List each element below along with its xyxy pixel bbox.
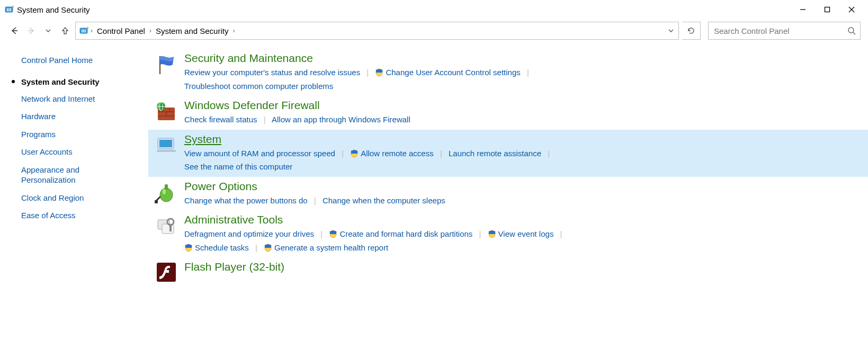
sidebar-item-ease-of-access[interactable]: Ease of Access: [21, 210, 143, 221]
svg-rect-37: [169, 224, 172, 231]
chevron-right-icon[interactable]: ›: [232, 27, 235, 34]
sidebar-item-label: System and Security: [21, 77, 100, 86]
power-icon: [154, 181, 179, 207]
task-computer-name[interactable]: See the name of this computer: [184, 162, 292, 171]
shield-icon: [184, 244, 193, 252]
task-partitions[interactable]: Create and format hard disk partitions: [339, 229, 472, 238]
category-title[interactable]: System: [184, 133, 857, 146]
svg-rect-9: [825, 7, 830, 12]
sidebar-item-appearance[interactable]: Appearance and Personalization: [21, 165, 111, 185]
category-title[interactable]: Power Options: [184, 180, 857, 193]
task-troubleshoot[interactable]: Troubleshoot common computer problems: [184, 82, 333, 91]
svg-line-15: [853, 32, 855, 34]
chevron-right-icon[interactable]: ›: [91, 27, 93, 34]
category-power: Power Options Change what the power butt…: [148, 177, 868, 211]
task-check-firewall[interactable]: Check firewall status: [184, 115, 257, 124]
window-title: System and Security: [17, 5, 90, 14]
task-view-ram[interactable]: View amount of RAM and processor speed: [184, 149, 335, 158]
category-firewall: Windows Defender Firewall Check firewall…: [148, 96, 868, 130]
computer-icon: [154, 134, 179, 159]
category-title[interactable]: Windows Defender Firewall: [184, 99, 857, 112]
shield-icon: [488, 230, 496, 238]
sidebar-home[interactable]: Control Panel Home: [21, 55, 143, 66]
address-bar[interactable]: › Control Panel › System and Security ›: [75, 22, 679, 40]
refresh-button[interactable]: [682, 22, 701, 40]
maximize-button[interactable]: [815, 2, 839, 17]
search-box[interactable]: [708, 22, 861, 40]
svg-rect-28: [157, 150, 176, 152]
close-button[interactable]: [839, 2, 864, 17]
back-button[interactable]: [7, 24, 21, 38]
svg-rect-27: [159, 140, 172, 147]
sidebar: Control Panel Home System and Security N…: [0, 46, 148, 290]
task-schedule[interactable]: Schedule tasks: [195, 243, 249, 252]
task-health-report[interactable]: Generate a system health report: [274, 243, 388, 252]
address-dropdown[interactable]: [668, 28, 674, 34]
category-system[interactable]: System View amount of RAM and processor …: [148, 130, 868, 177]
firewall-icon: [154, 100, 179, 126]
titlebar: System and Security: [0, 0, 868, 19]
task-defrag[interactable]: Defragment and optimize your drives: [184, 229, 314, 238]
forward-button[interactable]: [24, 24, 38, 38]
search-input[interactable]: [713, 26, 847, 36]
sidebar-item-programs[interactable]: Programs: [21, 129, 143, 140]
task-power-buttons[interactable]: Change what the power buttons do: [184, 196, 308, 205]
sidebar-item-system-security[interactable]: System and Security: [12, 77, 143, 86]
shield-icon: [350, 149, 359, 158]
task-sleep[interactable]: Change when the computer sleeps: [323, 196, 445, 205]
task-allow-remote[interactable]: Allow remote access: [361, 149, 434, 158]
category-admin-tools: Administrative Tools Defragment and opti…: [148, 210, 868, 257]
shield-icon: [329, 230, 337, 238]
chevron-right-icon[interactable]: ›: [149, 27, 151, 34]
category-title[interactable]: Administrative Tools: [184, 213, 857, 226]
shield-icon: [375, 68, 383, 77]
minimize-button[interactable]: [791, 2, 815, 17]
task-remote-assistance[interactable]: Launch remote assistance: [449, 149, 541, 158]
address-row: › Control Panel › System and Security ›: [0, 19, 868, 46]
category-flash: Flash Player (32-bit): [148, 257, 868, 290]
breadcrumb-current[interactable]: System and Security: [153, 26, 232, 35]
search-icon[interactable]: [847, 26, 856, 35]
control-panel-icon: [79, 26, 88, 35]
sidebar-item-hardware[interactable]: Hardware: [21, 111, 143, 122]
category-title[interactable]: Flash Player (32-bit): [184, 261, 857, 273]
current-indicator-icon: [12, 80, 15, 83]
up-button[interactable]: [58, 24, 72, 38]
main-content: Security and Maintenance Review your com…: [148, 46, 868, 290]
task-allow-app[interactable]: Allow an app through Windows Firewall: [272, 115, 410, 124]
svg-point-33: [163, 189, 166, 194]
task-review-status[interactable]: Review your computer's status and resolv…: [184, 68, 360, 77]
category-title[interactable]: Security and Maintenance: [184, 52, 857, 65]
category-security-maintenance: Security and Maintenance Review your com…: [148, 49, 868, 96]
sidebar-item-clock-region[interactable]: Clock and Region: [21, 193, 143, 203]
recent-dropdown[interactable]: [41, 24, 55, 38]
shield-icon: [264, 244, 272, 252]
svg-rect-32: [155, 200, 158, 203]
svg-point-14: [848, 28, 854, 33]
svg-rect-31: [165, 184, 168, 190]
admin-tools-icon: [154, 214, 179, 240]
control-panel-icon: [4, 5, 14, 14]
flag-icon: [154, 53, 179, 78]
breadcrumb-root[interactable]: Control Panel: [94, 26, 148, 35]
flash-icon: [154, 262, 179, 287]
task-event-logs[interactable]: View event logs: [498, 229, 554, 238]
sidebar-item-user-accounts[interactable]: User Accounts: [21, 147, 143, 157]
task-change-uac[interactable]: Change User Account Control settings: [386, 68, 520, 77]
sidebar-item-network[interactable]: Network and Internet: [21, 94, 143, 104]
